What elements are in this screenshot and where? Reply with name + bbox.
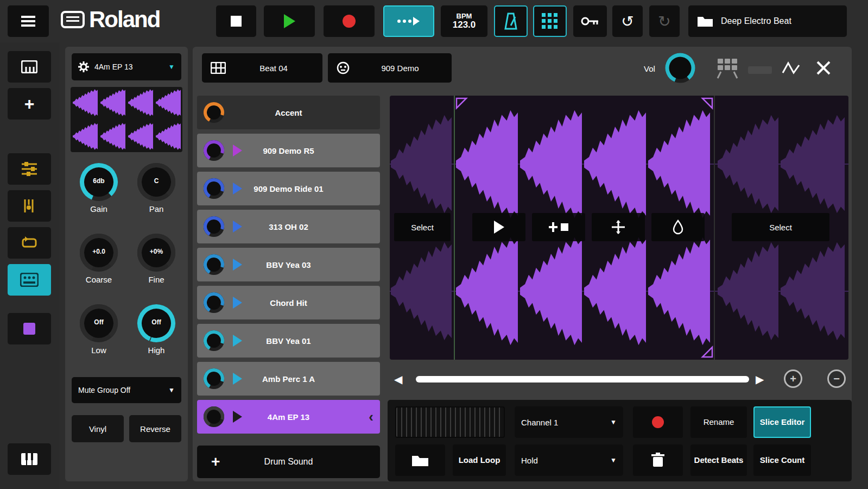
undo-button[interactable]: ↺ — [612, 5, 643, 37]
track-row[interactable]: 909 Demo R5 — [197, 134, 380, 167]
fine-label: Fine — [128, 275, 185, 284]
record-icon — [343, 15, 356, 28]
fine-knob[interactable]: +0% — [135, 231, 178, 274]
chevron-down-icon: ▼ — [168, 386, 175, 394]
track-row-accent[interactable]: Accent — [197, 96, 380, 129]
chevron-left-icon[interactable]: ‹ — [369, 410, 373, 424]
select-left-button[interactable]: Select — [394, 213, 451, 241]
key-lock-button[interactable] — [573, 5, 607, 37]
project-button[interactable]: Deep Electro Beat — [688, 5, 847, 37]
app-window: Roland BPM 123.0 — [0, 0, 868, 489]
mute-group-dropdown[interactable]: Mute Group Off ▼ — [72, 377, 181, 403]
track-row[interactable]: BBV Yea 01 — [197, 324, 380, 358]
roland-logo: Roland — [61, 7, 160, 33]
main-menu-button[interactable] — [8, 5, 49, 37]
waveform-scrollbar[interactable] — [416, 376, 749, 383]
track-name: 313 OH 02 — [197, 222, 380, 231]
mixer-faders-icon — [22, 162, 37, 176]
grid-view-button[interactable] — [533, 5, 567, 37]
kit-name: 909 Demo — [357, 64, 443, 73]
record-button[interactable] — [324, 5, 375, 37]
track-name: BBV Yea 01 — [197, 336, 380, 346]
track-row[interactable]: Amb Perc 1 A — [197, 362, 380, 396]
vinyl-button[interactable]: Vinyl — [72, 415, 124, 442]
pan-knob[interactable]: C — [135, 161, 178, 203]
stop-icon — [231, 16, 242, 27]
slice-editor-button[interactable]: Slice Editor — [753, 406, 811, 438]
plus-icon: + — [211, 453, 220, 471]
add-slice-button[interactable] — [532, 213, 585, 241]
fine-value: +0% — [135, 248, 178, 255]
scroll-left-button[interactable]: ◀ — [394, 373, 402, 386]
vol-label: Vol — [644, 64, 655, 73]
play-button[interactable] — [264, 5, 315, 37]
low-value: Off — [78, 318, 120, 326]
sidebar-item-instrument-edit[interactable] — [8, 190, 51, 222]
pattern-selector-button[interactable]: Beat 04 — [202, 53, 322, 83]
scroll-right-button[interactable]: ▶ — [756, 373, 764, 386]
move-slice-button[interactable] — [592, 213, 645, 241]
track-row[interactable]: Chord Hit — [197, 286, 380, 319]
track-row[interactable]: BBV Yea 03 — [197, 248, 380, 281]
add-drum-sound-button[interactable]: + Drum Sound — [197, 446, 380, 478]
high-knob[interactable]: Off — [135, 302, 178, 344]
rename-button[interactable]: Rename — [690, 406, 747, 438]
hold-dropdown[interactable]: Hold ▼ — [515, 444, 623, 476]
bpm-value: 123.0 — [453, 20, 476, 30]
track-row[interactable]: 313 OH 02 — [197, 210, 380, 243]
envelope-view-button[interactable] — [782, 61, 800, 77]
open-sample-button[interactable] — [395, 444, 445, 476]
delete-sample-button[interactable] — [633, 444, 683, 476]
kit-view-button[interactable] — [715, 58, 739, 82]
sidebar-item-keyboard[interactable] — [8, 443, 51, 475]
gain-knob[interactable]: 6db — [78, 161, 120, 203]
blend-slice-button[interactable] — [651, 213, 705, 241]
pad-name: 4Am EP 13 — [94, 62, 133, 71]
piano-icon — [21, 453, 38, 466]
coarse-knob[interactable]: +0.0 — [78, 231, 120, 274]
zoom-in-button[interactable]: + — [784, 369, 802, 388]
move-icon — [611, 220, 625, 234]
pattern-name: Beat 04 — [233, 64, 314, 73]
pad-waveform-thumbnail — [71, 87, 182, 152]
load-loop-label: Load Loop — [459, 455, 500, 465]
low-knob[interactable]: Off — [78, 302, 120, 344]
bpm-display[interactable]: BPM 123.0 — [441, 5, 487, 37]
sidebar-item-clips[interactable] — [8, 313, 51, 344]
sidebar-item-loop[interactable] — [8, 227, 51, 259]
vol-knob[interactable] — [663, 51, 697, 85]
metronome-button[interactable] — [494, 5, 528, 37]
sidebar-item-drum-sampler[interactable] — [8, 264, 51, 296]
stop-button[interactable] — [216, 5, 256, 37]
reverse-button[interactable]: Reverse — [129, 415, 181, 442]
channel-value: Channel 1 — [521, 418, 558, 427]
follow-playhead-button[interactable] — [383, 5, 434, 37]
zoom-out-button[interactable]: − — [827, 369, 846, 388]
coarse-knob-unit: +0.0 Coarse — [71, 231, 127, 284]
low-label: Low — [71, 346, 127, 355]
metronome-icon — [504, 12, 518, 30]
coarse-value: +0.0 — [78, 248, 120, 255]
mute-group-value: Mute Group Off — [78, 386, 130, 394]
track-row-selected[interactable]: 4Am EP 13 ‹ — [197, 400, 380, 434]
browser-icon — [21, 60, 37, 73]
gear-icon — [78, 61, 89, 72]
redo-button[interactable]: ↻ — [649, 5, 680, 37]
select-right-label: Select — [769, 223, 792, 232]
slice-count-button[interactable]: Slice Count — [753, 444, 811, 476]
load-loop-button[interactable]: Load Loop — [453, 444, 506, 476]
preview-slice-button[interactable] — [472, 213, 525, 241]
close-button[interactable] — [815, 60, 832, 78]
detect-beats-button[interactable]: Detect Beats — [690, 444, 747, 476]
select-right-button[interactable]: Select — [732, 213, 829, 241]
sample-record-button[interactable] — [633, 406, 683, 438]
channel-dropdown[interactable]: Channel 1 ▼ — [515, 406, 623, 438]
track-row[interactable]: 909 Demo Ride 01 — [197, 172, 380, 205]
sidebar-item-browser[interactable] — [8, 51, 51, 83]
add-drum-sound-label: Drum Sound — [264, 457, 313, 467]
pad-selector-dropdown[interactable]: 4Am EP 13 ▼ — [72, 53, 181, 80]
kit-selector-button[interactable]: 909 Demo — [328, 53, 452, 83]
close-icon — [815, 60, 832, 76]
sidebar-item-add[interactable]: + — [8, 88, 51, 120]
sidebar-item-mixer[interactable] — [8, 153, 51, 185]
